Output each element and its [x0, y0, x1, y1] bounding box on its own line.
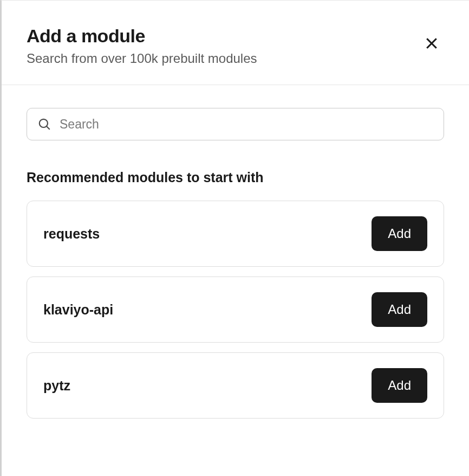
close-button[interactable]: [419, 31, 444, 57]
module-card: requests Add: [27, 201, 444, 267]
modal-header-text: Add a module Search from over 100k prebu…: [27, 25, 257, 66]
add-button[interactable]: Add: [372, 292, 427, 327]
module-name: pytz: [43, 378, 70, 394]
search-wrapper: [27, 108, 444, 140]
modal-body: Recommended modules to start with reques…: [2, 85, 469, 419]
close-icon: [424, 35, 440, 53]
add-button[interactable]: Add: [372, 368, 427, 403]
modal-title: Add a module: [27, 25, 257, 47]
module-name: klaviyo-api: [43, 302, 113, 318]
module-list: requests Add klaviyo-api Add pytz Add: [27, 201, 444, 419]
module-card: klaviyo-api Add: [27, 276, 444, 343]
module-name: requests: [43, 226, 100, 242]
module-card: pytz Add: [27, 352, 444, 419]
add-button[interactable]: Add: [372, 216, 427, 251]
search-input[interactable]: [27, 108, 444, 140]
modal-header: Add a module Search from over 100k prebu…: [2, 1, 469, 85]
recommended-heading: Recommended modules to start with: [27, 170, 444, 185]
modal-subtitle: Search from over 100k prebuilt modules: [27, 51, 257, 66]
